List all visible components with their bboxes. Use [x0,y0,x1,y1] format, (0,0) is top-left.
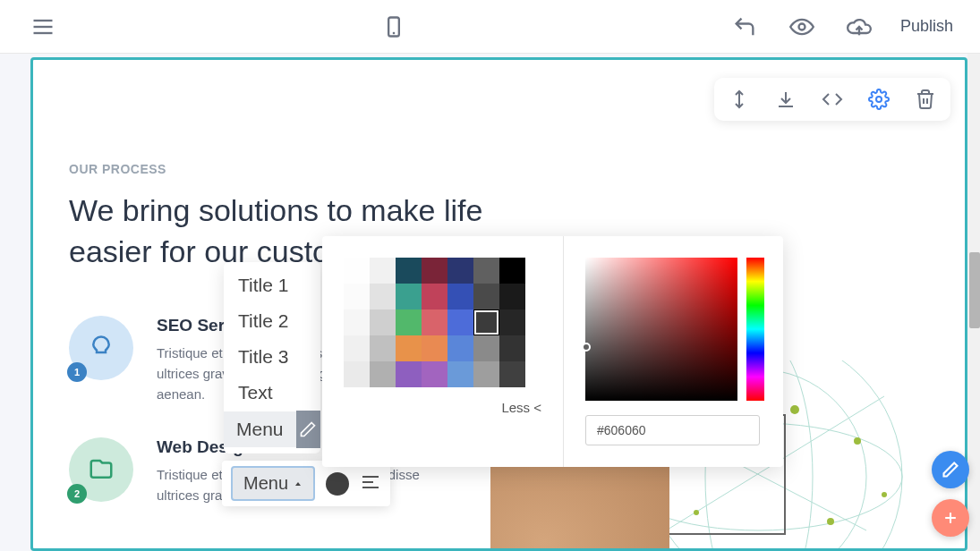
color-swatch[interactable] [499,335,525,361]
code-icon[interactable] [820,87,845,112]
text-color-button[interactable] [326,472,349,496]
undo-icon[interactable] [729,11,761,43]
fab-add-button[interactable] [932,499,969,537]
color-swatch[interactable] [473,309,499,335]
color-swatch[interactable] [344,258,370,284]
color-swatch[interactable] [370,309,396,335]
svg-point-21 [882,492,887,497]
scrollbar-track[interactable] [967,54,980,551]
color-swatch[interactable] [499,309,525,335]
move-vertical-icon[interactable] [727,87,752,112]
delete-trash-icon[interactable] [913,87,938,112]
title2-option[interactable]: Title 2 [224,303,320,339]
color-swatch[interactable] [473,335,499,361]
color-swatch[interactable] [422,258,447,284]
color-swatch[interactable] [396,284,422,309]
color-swatch[interactable] [447,335,473,361]
color-swatch[interactable] [422,361,447,387]
fab-edit-button[interactable] [932,451,969,488]
feature-badge: 2 [67,484,87,504]
color-swatch[interactable] [344,309,370,335]
download-icon[interactable] [773,87,798,112]
saturation-value-picker[interactable] [585,258,737,401]
align-left-icon[interactable] [360,471,381,496]
svg-marker-25 [295,482,301,486]
text-format-toolbar: Menu [222,461,390,506]
color-swatch-grid [344,258,541,387]
publish-cloud-icon[interactable] [843,11,875,43]
color-swatch[interactable] [447,258,473,284]
color-swatch[interactable] [344,361,370,387]
feature-icon-web: 2 [69,437,133,502]
color-swatch[interactable] [396,258,422,284]
style-menu-dropdown[interactable]: Menu [231,466,315,501]
menu-option[interactable]: Menu [224,411,296,447]
settings-gear-icon[interactable] [866,87,891,112]
preview-eye-icon[interactable] [786,11,818,43]
color-swatch[interactable] [396,335,422,361]
color-swatch[interactable] [447,309,473,335]
color-swatch[interactable] [344,284,370,309]
feature-icon-seo: 1 [69,316,133,380]
color-swatch[interactable] [344,335,370,361]
title1-option[interactable]: Title 1 [224,267,320,303]
color-swatch[interactable] [370,335,396,361]
hamburger-menu-icon[interactable] [27,11,59,43]
mobile-preview-icon[interactable] [378,11,410,43]
less-toggle[interactable]: Less < [344,400,541,415]
publish-label[interactable]: Publish [900,17,953,36]
edit-pencil-icon[interactable] [296,411,320,448]
color-swatch[interactable] [396,309,422,335]
color-swatch[interactable] [473,258,499,284]
sv-cursor[interactable] [582,343,591,352]
color-swatch[interactable] [422,335,447,361]
color-swatch[interactable] [499,258,525,284]
svg-point-10 [876,97,882,102]
color-picker-panel: Less < [322,236,783,467]
text-option[interactable]: Text [224,375,320,411]
feature-badge: 1 [67,362,87,382]
color-swatch[interactable] [370,361,396,387]
color-swatch[interactable] [473,361,499,387]
text-style-dropdown: Title 1 Title 2 Title 3 Text Menu [224,262,320,454]
color-swatch[interactable] [499,361,525,387]
overline-text[interactable]: OUR PROCESS [69,162,929,176]
svg-point-5 [798,23,805,30]
color-swatch[interactable] [370,284,396,309]
svg-point-19 [790,405,799,414]
section-toolbar [714,78,950,121]
color-swatch[interactable] [396,361,422,387]
color-swatch[interactable] [447,361,473,387]
color-swatch[interactable] [447,284,473,309]
color-swatch[interactable] [473,284,499,309]
svg-point-22 [827,518,834,525]
top-bar: Publish [0,0,980,54]
color-swatch[interactable] [422,309,447,335]
hex-input[interactable] [585,415,760,445]
svg-point-20 [854,437,861,445]
title3-option[interactable]: Title 3 [224,339,320,375]
hue-slider[interactable] [746,258,764,401]
scrollbar-thumb[interactable] [969,252,980,328]
color-swatch[interactable] [499,284,525,309]
color-swatch[interactable] [370,258,396,284]
color-swatch[interactable] [422,284,447,309]
